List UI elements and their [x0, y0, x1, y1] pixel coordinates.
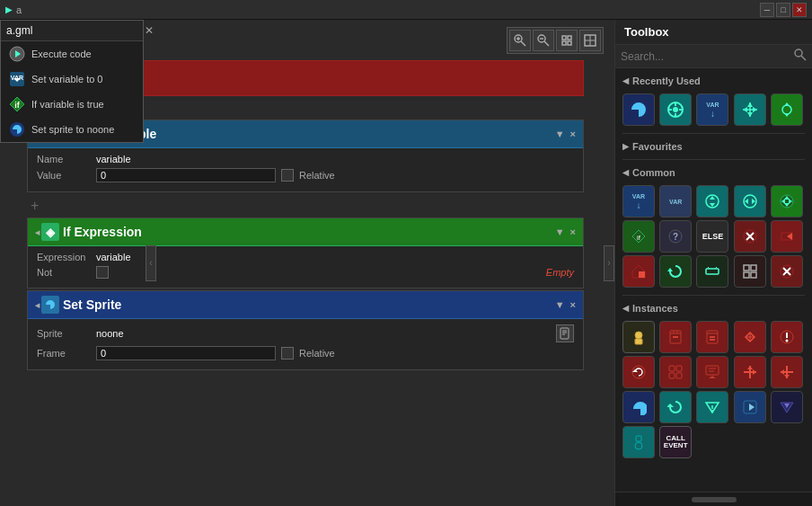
tool-recently-3[interactable]: VAR ↓	[696, 93, 728, 126]
canvas-left-handle[interactable]: ‹	[146, 245, 156, 281]
dropdown-item-ifvar[interactable]: if If variable is true	[1, 92, 143, 117]
tool-recently-5[interactable]	[771, 93, 803, 126]
zoom-in-button[interactable]	[509, 30, 531, 51]
tool-inst-5[interactable]	[771, 321, 803, 353]
search-input-row: ✕	[1, 21, 143, 41]
canvas-area: ✕ Execute code VAR	[0, 20, 614, 506]
common-collapse-icon: ◀	[622, 168, 629, 177]
canvas-right-handle[interactable]: ›	[604, 245, 614, 281]
name-value: variable	[96, 154, 131, 164]
tool-common-6[interactable]: if	[622, 220, 655, 253]
sprite-body: Sprite noone Frame	[28, 319, 583, 369]
tool-common-11[interactable]	[622, 255, 655, 288]
svg-marker-105	[747, 366, 753, 369]
tool-common-8[interactable]: ELSE	[696, 220, 728, 253]
tool-common-9[interactable]	[734, 220, 766, 253]
svg-rect-96	[676, 366, 682, 371]
tool-common-4[interactable]	[734, 185, 766, 217]
instances-header: ◀ Instances	[615, 299, 812, 317]
assign-menu[interactable]: ▼	[555, 129, 565, 139]
if-collapse[interactable]: ◂	[35, 227, 40, 237]
if-close[interactable]: ×	[570, 226, 576, 237]
sprite-value: noone	[96, 328, 124, 339]
dropdown-item-setsprite[interactable]: Set sprite to noone	[1, 117, 143, 142]
sprite-collapse[interactable]: ◂	[35, 300, 40, 310]
tool-recently-1[interactable]	[622, 93, 655, 126]
search-input[interactable]	[4, 22, 143, 39]
expression-label: Expression	[37, 252, 91, 262]
sprite-doc-icon[interactable]	[556, 324, 574, 342]
search-dropdown: ✕ Execute code VAR	[0, 20, 144, 143]
not-checkbox[interactable]	[96, 266, 109, 279]
sprite-label: Sprite	[37, 328, 91, 339]
svg-marker-40	[753, 107, 757, 112]
value-input[interactable]	[96, 168, 276, 182]
assign-close[interactable]: ×	[570, 129, 576, 139]
maximize-button[interactable]: □	[776, 3, 790, 17]
tool-common-3[interactable]	[696, 185, 728, 217]
tool-inst-3[interactable]	[696, 321, 728, 353]
tool-inst-12[interactable]	[659, 391, 692, 423]
sprite-title: Set Sprite	[63, 297, 121, 312]
tool-inst-16[interactable]	[622, 426, 655, 458]
tool-inst-2[interactable]	[659, 321, 692, 353]
tool-common-5[interactable]	[771, 185, 803, 217]
tool-inst-4[interactable]	[734, 321, 766, 353]
tool-inst-6[interactable]	[622, 356, 655, 388]
add-button-2[interactable]: +	[27, 198, 39, 214]
tool-common-12[interactable]	[659, 255, 692, 288]
execute-label: Execute code	[31, 49, 92, 59]
tool-inst-7[interactable]	[659, 356, 692, 388]
tool-inst-10[interactable]	[771, 356, 803, 388]
setsprite-label: Set sprite to noone	[31, 124, 114, 135]
tool-recently-4[interactable]	[734, 93, 766, 126]
tool-inst-11[interactable]	[622, 391, 655, 423]
tool-inst-9[interactable]	[734, 356, 766, 388]
tool-inst-15[interactable]	[771, 391, 803, 423]
relative-checkbox-sprite[interactable]	[281, 347, 294, 360]
if-menu[interactable]: ▼	[555, 226, 565, 237]
tool-common-13[interactable]	[696, 255, 728, 288]
tool-common-15[interactable]	[771, 255, 803, 288]
tool-inst-1[interactable]	[622, 321, 655, 353]
frame-field-row: Frame Relative	[37, 346, 574, 360]
svg-marker-37	[747, 102, 753, 107]
if-badge: ◈	[41, 223, 59, 241]
tool-recently-2[interactable]	[659, 93, 692, 126]
frame-input[interactable]	[96, 346, 276, 360]
svg-rect-15	[562, 36, 566, 40]
expression-value: variable	[96, 252, 131, 262]
sprite-close[interactable]: ×	[570, 299, 576, 310]
name-field-row: Name variable	[37, 154, 574, 164]
dropdown-item-setvar[interactable]: VAR Set variable to 0	[1, 67, 143, 92]
close-button[interactable]: ✕	[792, 3, 807, 17]
sprite-badge	[41, 296, 59, 314]
svg-rect-73	[751, 272, 756, 278]
tool-common-7[interactable]: ?	[659, 220, 692, 253]
sprite-menu[interactable]: ▼	[555, 299, 565, 310]
zoom-out-button[interactable]	[533, 30, 554, 51]
toolbox-search-input[interactable]	[621, 50, 790, 63]
dropdown-item-execute[interactable]: Execute code	[1, 41, 143, 67]
tool-inst-13[interactable]	[696, 391, 728, 423]
relative-checkbox-assign[interactable]	[281, 169, 294, 182]
grid-button[interactable]	[579, 30, 601, 51]
common-label: Common	[632, 167, 675, 178]
fit-button[interactable]	[556, 30, 578, 51]
common-grid: VAR ↓ VAR	[615, 182, 812, 291]
tool-common-2[interactable]: VAR	[659, 185, 692, 217]
divider-1	[622, 133, 805, 134]
tool-inst-17[interactable]: CALL EVENT	[659, 426, 692, 458]
clear-button[interactable]: ✕	[143, 24, 155, 37]
minimize-button[interactable]: ─	[760, 3, 774, 17]
svg-line-28	[801, 56, 806, 60]
toolbox-h-scroll[interactable]	[692, 497, 737, 502]
tool-inst-14[interactable]	[734, 391, 766, 423]
toolbox-search-icon[interactable]	[794, 49, 807, 64]
tool-common-1[interactable]: VAR ↓	[622, 185, 655, 217]
tool-common-10[interactable]	[771, 220, 803, 253]
divider-3	[622, 295, 805, 296]
if-header: ◂ ◈ If Expression ▼ ×	[28, 218, 583, 246]
tool-inst-8[interactable]	[696, 356, 728, 388]
tool-common-14[interactable]	[734, 255, 766, 288]
